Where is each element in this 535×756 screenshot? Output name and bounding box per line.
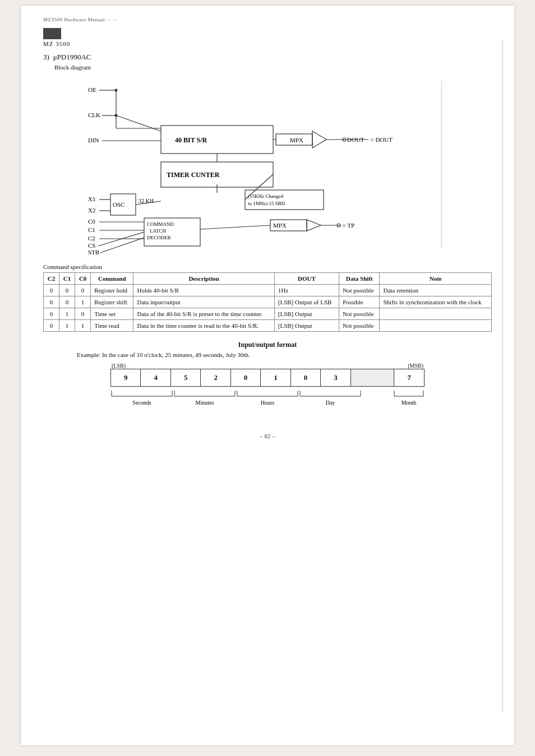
col-description: Description <box>133 273 274 285</box>
cell-data_shift: Not possible <box>339 308 380 320</box>
cell-c2: 0 <box>44 285 59 296</box>
cell-description: Data in the time counter is read to the … <box>133 320 274 332</box>
io-labels-top: (LSB) (MSB) <box>110 363 425 369</box>
io-cell-7: 3 <box>321 369 350 386</box>
io-cells: 945201037 <box>110 369 425 387</box>
cell-command: Time set <box>91 308 133 320</box>
col-dout: DOUT <box>274 273 339 285</box>
svg-text:C2: C2 <box>88 235 95 242</box>
io-format-section: Input/output format Example: In the case… <box>43 341 492 410</box>
subtitle: Block diagram <box>54 64 492 71</box>
table-row: 000Register holdHolds 40-bit S/R1HzNot p… <box>44 285 492 296</box>
svg-text:to 1MHz) 15 SBD: to 1MHz) 15 SBD <box>248 201 285 206</box>
header-area: MZ3500 Hardware Manual ··· ··· MZ 3500 <box>43 17 492 47</box>
col-c0: C0 <box>75 273 91 285</box>
io-diagram: (LSB) (MSB) 945201037 SecondsMinutesHour… <box>110 363 425 410</box>
svg-text:LATCH: LATCH <box>150 228 167 234</box>
bracket-minutes: Minutes <box>196 400 214 406</box>
svg-text:STB: STB <box>88 249 99 256</box>
page-footer: – 82 – <box>43 433 492 439</box>
msb-label: (MSB) <box>408 363 423 369</box>
table-row: 001Register shiftData input/output[LSB] … <box>44 296 492 308</box>
cell-c1: 1 <box>59 320 75 332</box>
cell-description: Data input/output <box>133 296 274 308</box>
svg-text:○ TP: ○ TP <box>342 222 354 229</box>
cell-description: Data of the 40-bit S/R is preset to the … <box>133 308 274 320</box>
cell-c0: 1 <box>75 296 91 308</box>
svg-marker-13 <box>312 131 326 148</box>
io-cell-6: 0 <box>291 369 321 386</box>
col-note: Note <box>380 273 492 285</box>
cell-note <box>380 308 492 320</box>
cell-c0: 1 <box>75 320 91 332</box>
cell-c2: 0 <box>44 296 59 308</box>
cell-c0: 0 <box>75 285 91 296</box>
svg-text:(15KHz Changed: (15KHz Changed <box>248 193 284 199</box>
io-cell-8 <box>351 369 395 386</box>
right-divider <box>502 39 503 712</box>
cell-description: Holds 40-bit S/R <box>133 285 274 296</box>
svg-line-51 <box>200 225 270 229</box>
cell-note: Data retention <box>380 285 492 296</box>
col-data-shift: Data Shift <box>339 273 380 285</box>
cell-data_shift: Not possible <box>339 320 380 332</box>
io-cell-3: 2 <box>201 369 230 386</box>
cell-data_shift: Not possible <box>339 285 380 296</box>
cell-c2: 0 <box>44 308 59 320</box>
svg-text:MPX: MPX <box>273 222 287 229</box>
io-cell-4: 0 <box>231 369 261 386</box>
cell-data_shift: Possible <box>339 296 380 308</box>
cell-command: Register hold <box>91 285 133 296</box>
bracket-hours: Hours <box>261 400 275 406</box>
svg-text:DECODER: DECODER <box>147 235 171 240</box>
svg-text:X2: X2 <box>88 207 95 214</box>
bracket-day: Day <box>326 400 335 406</box>
io-example: Example: In the case of 10 o'clock, 25 m… <box>77 351 492 358</box>
svg-text:TIMER  CUNTER: TIMER CUNTER <box>167 171 220 179</box>
io-cell-9: 7 <box>394 369 424 386</box>
cmd-spec-title: Command specification <box>43 263 492 270</box>
svg-marker-50 <box>307 220 321 231</box>
cell-command: Register shift <box>91 296 133 308</box>
cell-c2: 0 <box>44 320 59 332</box>
page: MZ3500 Hardware Manual ··· ··· MZ 3500 3… <box>21 6 514 745</box>
svg-line-12 <box>116 115 161 131</box>
svg-text:40 BIT  S/R: 40 BIT S/R <box>175 136 207 144</box>
io-cell-5: 1 <box>261 369 290 386</box>
svg-text:CS: CS <box>88 242 95 249</box>
cmd-table: C2 C1 C0 Command Description DOUT Data S… <box>43 272 492 332</box>
svg-text:COMMAND: COMMAND <box>147 221 174 227</box>
svg-text:DIN: DIN <box>88 137 99 143</box>
page-number: – 82 – <box>260 433 275 439</box>
section-number: 3) <box>43 53 49 61</box>
cell-note <box>380 320 492 332</box>
cell-note: Shifts in synchronization with the clock <box>380 296 492 308</box>
cell-dout: [LSB] Output <box>274 308 339 320</box>
col-c1: C1 <box>59 273 75 285</box>
chip-name: μPD1990AC <box>53 53 91 61</box>
table-row: 011Time readData in the time counter is … <box>44 320 492 332</box>
col-c2: C2 <box>44 273 59 285</box>
bracket-seconds: Seconds <box>132 400 151 406</box>
io-format-title: Input/output format <box>43 341 492 349</box>
section-heading: 3) μPD1990AC <box>43 53 492 62</box>
io-cell-2: 5 <box>171 369 201 386</box>
io-cell-0: 9 <box>111 369 141 386</box>
block-diagram: OE CLK DIN 40 BIT S/R MPX DOUT <box>54 75 481 254</box>
svg-text:C0: C0 <box>88 218 95 225</box>
svg-text:C1: C1 <box>88 226 95 233</box>
cell-command: Time read <box>91 320 133 332</box>
cell-c1: 0 <box>59 296 75 308</box>
cell-c1: 0 <box>59 285 75 296</box>
svg-line-58 <box>100 238 144 253</box>
logo-box <box>43 28 61 39</box>
svg-text:○ DOUT: ○ DOUT <box>370 136 393 143</box>
io-brackets: SecondsMinutesHoursDayMonth <box>110 388 425 410</box>
svg-text:CLK: CLK <box>88 112 100 118</box>
svg-text:MPX: MPX <box>290 137 303 143</box>
io-cell-1: 4 <box>141 369 170 386</box>
cell-dout: [LSB] Output <box>274 320 339 332</box>
svg-text:X1: X1 <box>88 196 95 202</box>
svg-text:OE: OE <box>88 86 96 93</box>
table-row: 010Time setData of the 40-bit S/R is pre… <box>44 308 492 320</box>
